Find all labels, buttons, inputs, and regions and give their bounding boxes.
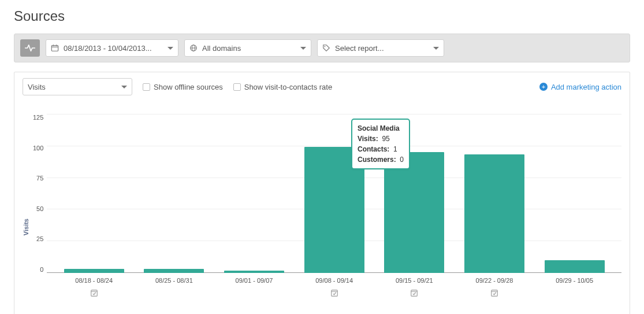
calendar-check-icon [490,289,498,297]
chevron-down-icon [300,47,306,50]
tooltip-row: Contacts: 1 [358,144,404,154]
report-label: Select report... [335,44,429,53]
tooltip-row: Customers: 0 [358,154,404,165]
add-marketing-action-button[interactable]: + Add marketing action [539,83,621,91]
offline-sources-label: Show offline sources [154,83,223,91]
chart-card: Visits Show offline sources Show visit-t… [14,72,630,314]
calendar-check-icon [330,289,338,297]
card-toolbar: Visits Show offline sources Show visit-t… [23,78,621,95]
bar[interactable] [64,269,124,273]
x-tick-marker [455,289,535,299]
x-tick-label: 08/25 - 08/31 [134,277,214,284]
x-tick-label: 08/18 - 08/24 [54,277,134,284]
bar-slot [455,154,535,273]
vtc-rate-checkbox[interactable]: Show visit-to-contacts rate [233,83,332,91]
svg-rect-12 [411,290,418,297]
y-axis: 1251007550250 [29,114,47,273]
x-tick-label: 09/15 - 09/21 [374,277,455,284]
chart-tooltip: Social Media Visits: 95Contacts: 1Custom… [351,119,410,169]
bar-slot [134,269,214,273]
bar[interactable] [224,271,284,273]
bar-slot [374,152,455,273]
bars [47,114,621,273]
x-tick-label: 09/01 - 09/07 [214,277,295,284]
x-tick-marker [534,289,615,299]
x-tick-marker [214,289,295,299]
plot-area: 08/18 - 08/2408/25 - 08/3109/01 - 09/070… [47,112,621,314]
x-tick-marker [294,289,374,299]
svg-rect-8 [91,290,97,297]
metric-dropdown[interactable]: Visits [23,78,132,95]
y-tick-label: 75 [36,175,43,182]
svg-rect-14 [492,290,498,297]
chevron-down-icon [121,86,127,88]
x-tick-label: 09/29 - 10/05 [534,277,615,284]
vtc-rate-label: Show visit-to-contacts rate [244,83,332,91]
checkbox-box [233,83,241,91]
report-dropdown[interactable]: Select report... [317,39,444,57]
metric-label: Visits [28,83,117,91]
calendar-icon [51,44,59,52]
tooltip-title: Social Media [358,124,400,132]
svg-rect-0 [51,46,58,51]
svg-rect-10 [331,290,337,297]
bar[interactable] [545,260,605,273]
domain-label: All domains [202,44,296,53]
y-axis-title: Visits [23,195,29,235]
date-range-label: 08/18/2013 - 10/04/2013... [64,44,163,53]
tooltip-row: Visits: 95 [358,134,404,144]
filter-bar: 08/18/2013 - 10/04/2013... All domains S… [14,34,630,62]
chevron-down-icon [433,47,439,50]
x-tick-marker [374,289,455,299]
bar-slot [214,271,295,273]
x-tick-marker [134,289,214,299]
plus-circle-icon: + [539,83,548,91]
checkbox-box [143,83,150,91]
activity-toggle[interactable] [20,39,40,57]
tag-icon [322,44,330,52]
svg-point-7 [325,46,326,47]
y-tick-label: 50 [36,205,43,212]
calendar-check-icon [410,289,418,297]
chevron-down-icon [167,47,173,50]
y-tick-label: 25 [36,235,43,242]
y-tick-label: 125 [33,114,43,121]
bar[interactable] [144,269,204,273]
x-tick-marker [54,289,134,299]
bar[interactable] [384,152,444,273]
y-tick-label: 0 [40,266,43,273]
bar[interactable] [464,154,524,273]
x-axis-markers [47,289,621,299]
globe-icon [189,44,198,52]
date-range-dropdown[interactable]: 08/18/2013 - 10/04/2013... [46,39,178,57]
calendar-check-icon [90,289,98,297]
x-axis-labels: 08/18 - 08/2408/25 - 08/3109/01 - 09/070… [47,277,621,284]
page-title: Sources [14,8,630,24]
domain-dropdown[interactable]: All domains [184,39,311,57]
x-tick-label: 09/22 - 09/28 [455,277,535,284]
activity-icon [25,44,35,52]
bar-slot [534,260,615,273]
y-tick-label: 100 [33,145,43,152]
chart: Visits 1251007550250 08/18 - 08/2408/25 … [23,95,621,314]
bar-slot [54,269,134,273]
x-tick-label: 09/08 - 09/14 [294,277,374,284]
offline-sources-checkbox[interactable]: Show offline sources [143,83,223,91]
add-action-label: Add marketing action [551,83,621,91]
